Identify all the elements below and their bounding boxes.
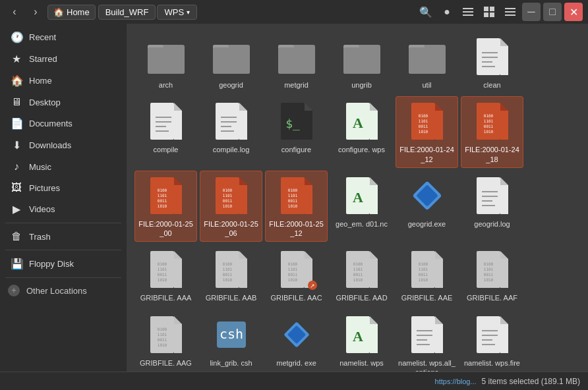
svg-rect-21 [343,47,380,74]
file-icon-link_grib: csh [210,314,252,356]
svg-marker-91 [370,177,378,185]
close-button[interactable]: ✕ [564,3,583,21]
home-breadcrumb-btn[interactable]: 🏠 Home [47,5,96,20]
file-item-gribAAA[interactable]: 0100 1101 0011 1010 GRIBFILE. AAA [134,244,197,306]
breadcrumb-wps-dropdown[interactable]: WPS ▾ [157,5,197,20]
list-view-button[interactable] [459,3,477,21]
svg-marker-118 [305,251,312,259]
file-item-geogrid_exe[interactable]: geogrid.exe [396,171,458,242]
svg-text:1101: 1101 [418,119,428,123]
file-item-geogrid_log[interactable]: geogrid.log [461,171,523,242]
file-item-gribAAD[interactable]: 0100 1101 0011 1010 GRIBFILE. AAD [330,244,393,306]
svg-text:1010: 1010 [157,277,167,282]
file-icon-clean [471,36,514,78]
main-layout: 🕐 Recent ★ Starred 🏠 Home 🖥 Desktop 📄 Do… [0,24,588,372]
svg-rect-62 [500,111,508,140]
sidebar-item-recent[interactable]: 🕐 Recent [3,27,124,47]
file-item-ungrib[interactable]: ungrib [330,32,393,94]
file-name-configure: configure [281,145,311,154]
file-item-geogrid[interactable]: geogrid [200,32,262,94]
file-name-arch: arch [159,80,173,90]
file-item-gribAAB[interactable]: 0100 1101 0011 1010 GRIBFILE. AAB [200,244,262,306]
breadcrumb-build-wrf[interactable]: Build_WRF [98,5,156,20]
file-item-gribAAF[interactable]: 0100 1101 0011 1010 GRIBFILE. AAF [461,244,523,306]
menu-button[interactable] [501,3,519,21]
file-item-arch[interactable]: arch [134,32,197,94]
file-item-metgrid[interactable]: metgrid [265,32,328,94]
svg-marker-141 [500,251,508,259]
breadcrumb-dropdown-arrow: ▾ [187,9,190,16]
file-item-namelist_wps[interactable]: A namelist. wps [330,310,393,372]
file-name-file5: FILE:2000-01-25_12 [268,219,325,238]
status-link[interactable]: https://blog... [435,377,477,385]
sidebar-item-downloads[interactable]: ⬇ Downloads [3,135,124,155]
svg-text:0011: 0011 [157,337,167,342]
svg-marker-77 [239,177,247,185]
sidebar-item-desktop[interactable]: 🖥 Desktop [3,92,124,112]
file-icon-gribAAF: 0100 1101 0011 1010 [471,248,514,291]
file-item-namelist_all[interactable]: namelist. wps.all_ options [396,310,458,372]
file-item-file1[interactable]: 0100 1101 0011 1010 FILE:2000-01-24_12 [396,96,458,168]
svg-text:1010: 1010 [483,129,493,134]
file-item-metgrid_exe[interactable]: metgrid. exe [265,310,328,372]
sidebar-item-music[interactable]: ♪ Music [3,157,124,177]
file-item-compile[interactable]: compile [134,96,197,168]
file-name-link_grib: link_grib. csh [210,358,252,368]
svg-text:A: A [353,328,363,345]
svg-marker-84 [305,177,312,185]
svg-rect-147 [174,324,182,353]
svg-text:0100: 0100 [222,262,232,266]
svg-rect-140 [500,259,508,288]
sidebar-item-starred[interactable]: ★ Starred [3,49,124,69]
sidebar-item-home[interactable]: 🏠 Home [3,70,124,91]
search-button[interactable]: 🔍 [417,3,435,21]
sidebar-label-videos: Videos [29,204,55,214]
file-icon-geogrid [210,36,252,78]
grid-view-button[interactable] [480,3,498,21]
file-item-geo_em[interactable]: A geo_em. d01.nc [330,171,393,242]
file-item-namelist_fire[interactable]: namelist. wps.fire [461,310,523,372]
sidebar-item-documents[interactable]: 📄 Documents [3,113,124,134]
file-item-compile_log[interactable]: compile.log [200,96,262,168]
svg-rect-5 [484,13,488,17]
file-item-clean[interactable]: clean [461,32,523,94]
file-item-gribAAE[interactable]: 0100 1101 0011 1010 GRIBFILE. AAE [396,244,458,306]
forward-button[interactable]: › [26,3,45,21]
sidebar-item-videos[interactable]: ▶ Videos [3,199,124,219]
file-name-gribAAB: GRIBFILE. AAB [206,293,257,302]
file-item-configure_wps[interactable]: A configure. wps [330,96,393,168]
view-toggle-button[interactable]: ● [438,3,456,21]
minimize-button[interactable]: ─ [522,3,541,21]
sidebar-item-other-locations[interactable]: + Other Locations [0,281,127,300]
svg-text:1101: 1101 [222,267,232,271]
svg-rect-162 [435,324,443,353]
file-item-link_grib[interactable]: csh link_grib. csh [200,310,262,372]
file-name-gribAAE: GRIBFILE. AAE [401,293,453,302]
sidebar-item-floppy[interactable]: 💾 Floppy Disk [3,254,124,274]
sidebar-item-pictures[interactable]: 🖼 Pictures [3,178,124,198]
svg-text:0011: 0011 [287,272,297,277]
music-icon: ♪ [11,161,22,173]
file-item-configure[interactable]: $_ configure [265,96,328,168]
file-name-gribAAA: GRIBFILE. AAA [140,293,192,302]
file-item-file5[interactable]: 0100 1101 0011 1010 FILE:2000-01-25_12 [265,171,328,242]
maximize-button[interactable]: □ [543,3,562,21]
svg-rect-96 [500,185,508,214]
trash-icon: 🗑 [11,231,22,242]
svg-text:0100: 0100 [418,113,428,118]
file-icon-arch [145,36,187,78]
file-name-metgrid: metgrid [284,80,309,90]
file-item-file3[interactable]: 0100 1101 0011 1010 FILE:2000-01-25_00 [134,171,197,242]
svg-rect-7 [505,8,515,9]
file-item-util[interactable]: util [396,32,458,94]
file-item-file4[interactable]: 0100 1101 0011 1010 FILE:2000-01-25_06 [200,171,262,242]
file-item-gribAAC[interactable]: 0100 1101 0011 1010 ↗ GRIBFILE. AAC [265,244,328,306]
file-item-gribAAG[interactable]: 0100 1101 0011 1010 GRIBFILE. AAG [134,310,197,372]
back-button[interactable]: ‹ [5,3,24,21]
file-item-file2[interactable]: 0100 1101 0011 1010 FILE:2000-01-24_18 [461,96,523,168]
svg-rect-0 [463,8,473,9]
svg-text:csh: csh [219,326,243,342]
sidebar-item-trash[interactable]: 🗑 Trash [3,227,124,246]
sidebar-label-pictures: Pictures [29,183,60,193]
svg-text:1010: 1010 [418,129,428,134]
